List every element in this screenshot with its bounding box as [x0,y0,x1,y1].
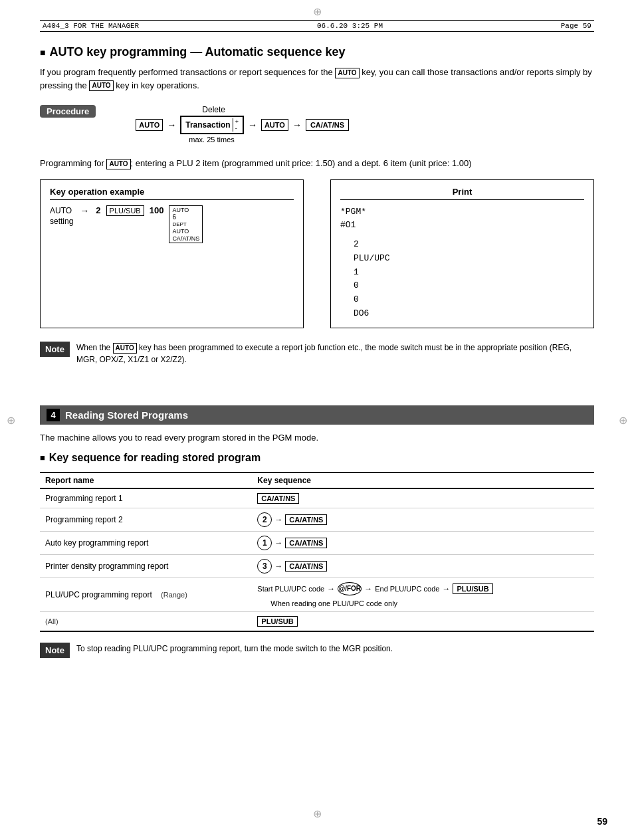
arrow3: → [292,120,302,130]
page-number: 59 [597,816,607,827]
plu-line: PLU/UPC [340,252,584,266]
seq-inline-2: 2 → CA/AT/NS [257,512,589,527]
key-op-title: Key operation example [50,187,294,200]
auto-key-inline2: AUTO [89,80,113,91]
section4-desc: The machine allows you to read every pro… [40,433,594,443]
note-text-1: When the AUTO key has been programmed to… [76,342,594,366]
programming-text: Programming for AUTO; entering a PLU 2 i… [40,157,594,170]
circle-1: 1 [257,536,272,550]
do6-line: DO6 [340,307,584,321]
note-label-1: Note [40,342,70,358]
auto-setting-label: AUTO setting [50,205,73,228]
auto-key-section-title: AUTO key programming — Automatic sequenc… [40,45,594,59]
header-left: A404_3 FOR THE MANAGER [43,22,139,30]
two-line: 2 [340,238,584,252]
arrow-pfor: → [327,584,335,593]
report-name-4: Printer density programming report [40,554,252,578]
key-seq-5: Start PLU/UPC code → @/FOR → End PLU/UPC… [252,578,594,611]
setting-label: setting [50,216,73,227]
table-row: Printer density programming report 3 → C… [40,554,594,578]
num100: 100 [150,205,164,215]
dept-dept: DEPT [172,221,199,228]
auto-key-box2: AUTO [261,119,288,131]
arrow-3: → [274,538,282,548]
auto-label: AUTO [50,205,73,217]
intro-text: If you program frequently performed tran… [40,66,594,92]
report-name-1: Programming report 1 [40,488,252,508]
key-operation-box: Key operation example AUTO setting → 2 P… [40,179,304,328]
page: A404_3 FOR THE MANAGER 06.6.20 3:25 PM P… [0,0,634,840]
dept-auto2: AUTO [172,228,199,235]
table-row: Programming report 2 2 → CA/AT/NS [40,508,594,531]
dept-vert-seq: AUTO 6 DEPT AUTO CA/AT/NS [169,205,203,244]
plu-sub-final: PLU/SUB [453,583,492,594]
arrow-2: → [274,515,282,524]
print-title: Print [340,187,584,200]
all-seq-inline: PLU/SUB [257,616,589,627]
left-crosshair: ⊕ [7,414,15,427]
two-col-layout: Key operation example AUTO setting → 2 P… [40,179,594,328]
note-box-2: Note To stop reading PLU/UPC programming… [40,643,594,659]
table-row: (All) PLU/SUB [40,611,594,631]
auto-key-box: AUTO [136,119,163,131]
arrow1: → [167,120,176,130]
seq-inline-3: 1 → CA/AT/NS [257,536,589,550]
delete-label: Delete [202,105,225,114]
note-box-1: Note When the AUTO key has been programm… [40,342,594,366]
key-seq-4: 3 → CA/AT/NS [252,554,594,578]
report-name-2: Programming report 2 [40,508,252,531]
dept-auto: AUTO [172,207,199,214]
table-row: Auto key programming report 1 → CA/AT/NS [40,531,594,554]
transaction-box: Transaction + - [180,116,244,134]
key-seq-6: PLU/SUB [252,611,594,631]
print-box: Print *PGM* #O1 2 PLU/UPC 1 0 0 DO6 [330,179,594,328]
procedure-diagram: Delete AUTO → Transaction + - → [136,105,349,144]
table-row: PLU/UPC programming report (Range) Start… [40,578,594,611]
ca-at-ns-key-2: CA/AT/NS [285,514,327,525]
seq-inline-1: CA/AT/NS [257,493,589,504]
circle-3: 3 [257,559,272,574]
note-label-2: Note [40,643,70,659]
pgm-line: *PGM* [340,205,584,219]
circle-2: 2 [257,512,272,527]
dept-ca: CA/AT/NS [172,235,199,243]
spacer-mid [40,385,594,405]
header-bar: A404_3 FOR THE MANAGER 06.6.20 3:25 PM P… [40,20,594,32]
subsection-title: Key sequence for reading stored program [40,452,594,464]
col-report-name: Report name [40,472,252,488]
procedure-area: Procedure Delete AUTO → Transaction + - [40,105,594,144]
transaction-bracket-minus: - [235,125,239,132]
when-reading-note: When reading one PLU/UPC code only [257,599,589,607]
plu-sub-all: PLU/SUB [257,616,297,627]
bottom-crosshair: ⊕ [313,807,322,820]
report-name-5: PLU/UPC programming report (Range) [40,578,252,611]
header-middle: 06.6.20 3:25 PM [317,22,383,30]
col-key-sequence: Key sequence [252,472,594,488]
key-seq-1: CA/AT/NS [252,488,594,508]
top-crosshair: ⊕ [313,5,322,18]
arrow-setting: → [80,205,89,216]
report-name-3: Auto key programming report [40,531,252,554]
procedure-label: Procedure [40,105,96,118]
zero1-line: 0 [340,279,584,293]
pfor-key: @/FOR [338,582,362,595]
key-seq-2: 2 → CA/AT/NS [252,508,594,531]
ca-at-ns-key-3: CA/AT/NS [285,538,327,548]
spacer [340,233,584,238]
plu-sub-box: PLU/SUB [106,205,144,216]
max-times: max. 25 times [189,136,234,144]
arrow2: → [248,120,257,130]
procedure-flow: AUTO → Transaction + - → AUTO → [136,116,349,134]
key-seq-3: 1 → CA/AT/NS [252,531,594,554]
range-seq-col: Start PLU/UPC code → @/FOR → End PLU/UPC… [257,582,589,607]
auto-key-inline: AUTO [335,68,359,78]
section4-header: 4 Reading Stored Programs [40,405,594,425]
zero2-line: 0 [340,293,584,307]
transaction-label: Transaction [185,120,230,130]
end-plu-label: End PLU/UPC code [375,585,439,593]
ca-at-ns-key-1: CA/AT/NS [257,493,299,504]
section4-title: Reading Stored Programs [65,409,188,421]
start-plu-label: Start PLU/UPC code [257,585,324,593]
range-seq-row: Start PLU/UPC code → @/FOR → End PLU/UPC… [257,582,589,595]
all-label: (All) [45,617,58,625]
